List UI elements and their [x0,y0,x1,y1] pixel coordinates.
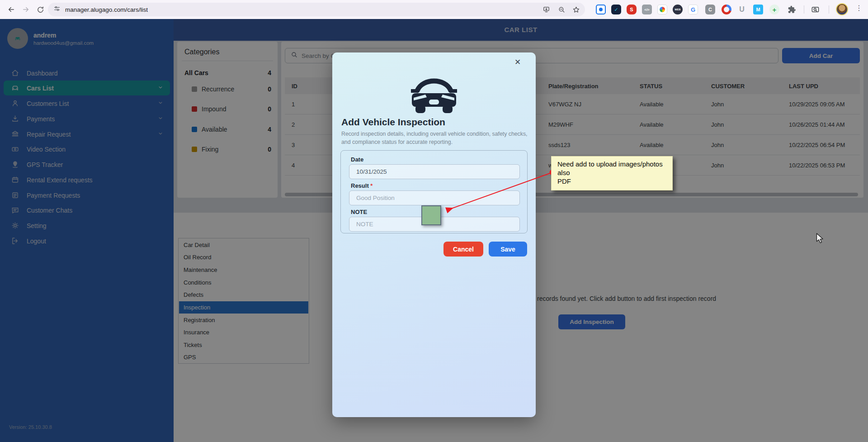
annotation-green-box [421,205,441,225]
web-extension-icon[interactable]: WEB [673,5,683,14]
c-extension-icon[interactable]: C [705,5,715,14]
date-input[interactable] [349,164,520,179]
forward-icon[interactable] [20,4,32,15]
toolbar-divider [804,5,804,14]
add-vehicle-inspection-modal: ✕ Add Vehicle Inspection Record inspecti… [332,52,536,417]
browser-menu-icon[interactable]: ⋮ [855,4,863,12]
close-icon[interactable]: ✕ [512,57,523,68]
required-asterisk: * [370,182,373,189]
seo-extension-icon[interactable]: S [627,5,637,14]
mouse-cursor [816,233,826,244]
car-front-icon [409,74,459,115]
extensions-puzzle-icon[interactable] [787,5,797,14]
modal-description: Record inspection details, including ove… [341,130,530,147]
url-bar[interactable]: manager.alugago.com/cars/list [48,3,585,16]
screenshot-extension-icon[interactable] [657,5,667,14]
tab-search-icon[interactable] [810,5,820,14]
url-text[interactable]: manager.alugago.com/cars/list [65,6,148,13]
back-icon[interactable] [5,4,17,15]
profile-avatar[interactable] [836,3,848,15]
result-input[interactable] [349,190,520,205]
browser-toolbar: manager.alugago.com/cars/list ✓ S </> WE… [0,0,868,19]
add-extension-icon[interactable]: + [769,5,779,14]
translate-extension-icon[interactable]: G [688,5,698,14]
toolbar-divider [829,5,829,14]
save-button[interactable]: Save [489,242,527,257]
tune-icon[interactable] [53,5,61,14]
zoom-out-icon[interactable] [556,4,567,15]
ring-extension-icon[interactable] [722,5,731,14]
date-label: Date [351,156,363,163]
tasks-extension-icon[interactable]: ✓ [611,5,621,14]
dot-extension-icon[interactable] [596,5,606,14]
reload-icon[interactable] [34,4,46,15]
modal-title: Add Vehicle Inspection [341,117,445,128]
annotation-sticky-note: Need add to upload images/photos also PD… [551,156,673,190]
result-label: Result * [351,182,373,189]
m-extension-icon[interactable]: M [753,5,763,14]
install-app-icon[interactable] [541,4,552,15]
code-extension-icon[interactable]: </> [642,5,652,14]
note-label: NOTE [351,209,367,215]
bookmark-star-icon[interactable] [571,4,581,15]
u-extension-icon[interactable]: U [737,5,747,14]
cancel-button[interactable]: Cancel [443,242,483,257]
